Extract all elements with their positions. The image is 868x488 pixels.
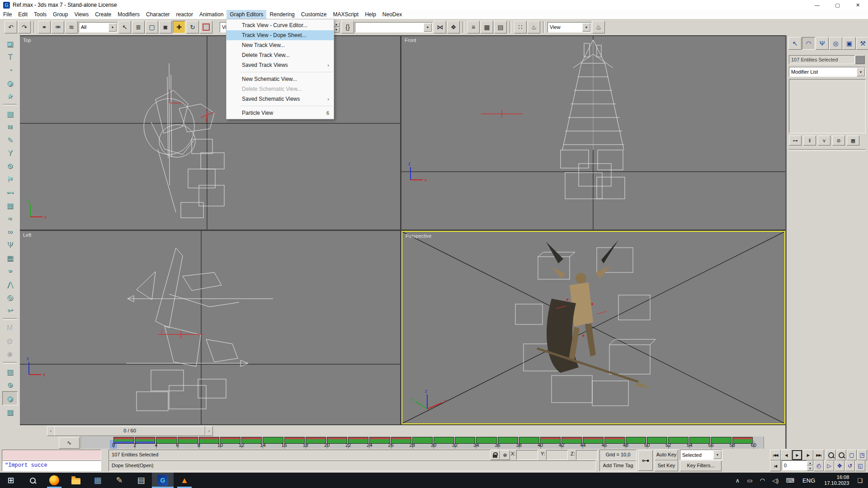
- keyframe-block[interactable]: [391, 437, 411, 444]
- star-icon[interactable]: ★: [3, 89, 17, 103]
- keyframe-block[interactable]: [156, 437, 176, 444]
- y-coord-field[interactable]: [546, 450, 568, 460]
- waves-icon[interactable]: ≈: [3, 212, 17, 225]
- keyframe-block[interactable]: [263, 437, 283, 444]
- keyframe-block[interactable]: [668, 437, 689, 444]
- keyframe-block[interactable]: [369, 437, 390, 444]
- keyframe-block[interactable]: [604, 437, 625, 444]
- menu-item-new-track-view-[interactable]: New Track View...: [226, 40, 334, 50]
- keyframe-block[interactable]: [561, 437, 582, 444]
- menubar-item-neodex[interactable]: NeoDex: [379, 10, 405, 19]
- keyframe-block[interactable]: [476, 437, 496, 444]
- chevron-down-icon[interactable]: ▼: [857, 68, 865, 76]
- maxscript-macro-recorder[interactable]: [2, 450, 101, 460]
- cubes-icon[interactable]: ▣: [3, 37, 17, 50]
- render-scene-button[interactable]: ♨: [528, 21, 540, 33]
- chevron-down-icon[interactable]: ▼: [713, 450, 722, 459]
- menu-item-saved-track-views[interactable]: Saved Track Views›: [226, 60, 334, 70]
- globe-magnifier-icon[interactable]: ⊕: [3, 378, 17, 391]
- hinge-icon[interactable]: ▤: [3, 251, 17, 264]
- snap-spinner[interactable]: ▲▼: [333, 22, 340, 33]
- bind-to-space-warp-button[interactable]: ≋: [65, 21, 78, 33]
- bones-icon[interactable]: Y: [3, 146, 17, 160]
- zoom-region-button[interactable]: [836, 450, 846, 460]
- selection-filter-dropdown[interactable]: All▼: [79, 22, 118, 33]
- menubar-item-maxscript[interactable]: MAXScript: [330, 10, 362, 19]
- menu-item-saved-schematic-views[interactable]: Saved Schematic Views›: [226, 94, 334, 104]
- tray-clock[interactable]: 16:08 17.10.2023: [820, 474, 854, 486]
- menubar-item-edit[interactable]: Edit: [15, 10, 31, 19]
- keyframe-block[interactable]: [711, 437, 731, 444]
- marker-icon[interactable]: ✎: [3, 133, 17, 146]
- film-icon[interactable]: ▦: [3, 405, 17, 418]
- viewport-top[interactable]: Top: [20, 36, 400, 230]
- tray-battery-icon[interactable]: ▭: [743, 477, 756, 484]
- chevron-down-icon[interactable]: ▼: [424, 23, 432, 32]
- taskbar-vlc[interactable]: ▲: [174, 473, 195, 488]
- menubar-item-group[interactable]: Group: [50, 10, 71, 19]
- checker-box-icon[interactable]: ▩: [3, 107, 17, 120]
- zoom-extents-all-button[interactable]: ◳: [857, 450, 867, 460]
- weathervane-icon[interactable]: ⚑: [3, 173, 17, 186]
- wheel-icon[interactable]: ◎: [3, 291, 17, 304]
- keyframe-block[interactable]: [689, 437, 710, 444]
- window-crossing-button[interactable]: ◙: [159, 21, 172, 33]
- named-selection-dropdown[interactable]: ▼: [355, 22, 433, 33]
- biped-icon[interactable]: Ψ: [3, 238, 17, 251]
- close-button[interactable]: ✕: [848, 0, 868, 10]
- spring-icon[interactable]: ≋: [3, 120, 17, 133]
- auto-key-button[interactable]: Auto Key: [655, 450, 678, 460]
- select-and-move-button[interactable]: ✚: [173, 21, 185, 33]
- keyframe-block[interactable]: [412, 437, 433, 444]
- absolute-mode-toggle[interactable]: ⊕: [500, 450, 510, 460]
- taskbar-paint[interactable]: ✎: [108, 473, 130, 488]
- camera-icon[interactable]: ◉: [2, 391, 18, 405]
- menubar-item-reactor[interactable]: reactor: [173, 10, 196, 19]
- menubar-item-customize[interactable]: Customize: [298, 10, 330, 19]
- modifier-list-dropdown[interactable]: Modifier List ▼: [789, 67, 866, 77]
- rect-selection-region-button[interactable]: ▢: [146, 21, 158, 33]
- menubar-item-tools[interactable]: Tools: [31, 10, 50, 19]
- tab-create[interactable]: ↖: [788, 37, 802, 50]
- menu-item-delete-track-view-[interactable]: Delete Track View...: [226, 50, 334, 60]
- menubar-item-graph-editors[interactable]: Graph Editors: [226, 10, 266, 19]
- align-button[interactable]: ❖: [447, 21, 460, 33]
- coil-m-icon[interactable]: ◉: [3, 347, 17, 361]
- pan-button[interactable]: ✥: [835, 460, 844, 471]
- x-coord-field[interactable]: [516, 450, 538, 460]
- tray-wifi-icon[interactable]: ◠: [756, 477, 769, 484]
- tab-motion[interactable]: ◎: [829, 37, 842, 50]
- zoom-button[interactable]: [826, 450, 836, 460]
- shirt-m-icon[interactable]: M: [3, 321, 17, 334]
- taskbar-firefox[interactable]: [43, 473, 65, 488]
- menu-item-new-schematic-view-[interactable]: New Schematic View...: [226, 74, 334, 84]
- menubar-item-modifiers[interactable]: Modifiers: [114, 10, 143, 19]
- viewport-front[interactable]: Front: [401, 36, 785, 230]
- modifier-stack-list[interactable]: [789, 79, 866, 133]
- taskbar-explorer[interactable]: [65, 473, 87, 488]
- keyframe-block[interactable]: [647, 437, 667, 444]
- search-button[interactable]: [22, 473, 43, 488]
- menu-item-track-view-curve-editor-[interactable]: Track View - Curve Editor...: [226, 20, 334, 30]
- menubar-item-create[interactable]: Create: [92, 10, 114, 19]
- keyframe-block[interactable]: [626, 437, 646, 444]
- taskbar-3dsmax[interactable]: G: [152, 473, 174, 488]
- dialog-icon[interactable]: ▥: [3, 365, 17, 378]
- keyframe-block[interactable]: [498, 437, 518, 444]
- select-object-button[interactable]: ↖: [118, 21, 131, 33]
- min-max-toggle-button[interactable]: ◱: [855, 460, 865, 471]
- hook-icon[interactable]: ↩: [3, 304, 17, 317]
- spin-down-icon[interactable]: ▼: [333, 28, 340, 33]
- set-key-button[interactable]: Set Key: [655, 460, 678, 471]
- tray-language[interactable]: ENG: [798, 477, 820, 484]
- menubar-item-character[interactable]: Character: [143, 10, 173, 19]
- menubar-item-help[interactable]: Help: [362, 10, 379, 19]
- fov-button[interactable]: ▷: [824, 460, 834, 471]
- keyframe-block[interactable]: [583, 437, 603, 444]
- next-frame-button[interactable]: |▶: [802, 450, 813, 460]
- taskbar-notepad[interactable]: ▤: [130, 473, 152, 488]
- select-and-scale-button[interactable]: [200, 21, 212, 33]
- undo-button[interactable]: ↶: [5, 21, 17, 33]
- keyframe-block[interactable]: [284, 437, 305, 444]
- open-mini-curve-editor-button[interactable]: ∿: [59, 437, 80, 449]
